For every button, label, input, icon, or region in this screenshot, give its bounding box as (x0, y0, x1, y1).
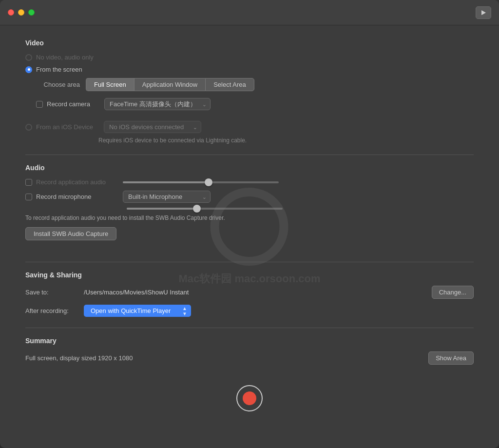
from-screen-row: From the screen (25, 66, 474, 73)
camera-select-wrapper: FaceTime 高清摄像头（内建） (104, 98, 211, 110)
app-audio-slider-fill (123, 181, 209, 183)
application-window-button[interactable]: Application Window (134, 78, 205, 91)
audio-section-title: Audio (25, 164, 474, 172)
app-audio-slider-track (123, 181, 279, 183)
select-area-button[interactable]: Select Area (205, 78, 254, 91)
ios-select-wrapper: No iOS devices connected (104, 121, 201, 133)
ios-section: From an iOS Device No iOS devices connec… (25, 121, 474, 144)
summary-text: Full screen, display sized 1920 x 1080 (25, 354, 133, 362)
mic-select-wrapper: Built-in Microphone (123, 191, 211, 203)
camera-select[interactable]: FaceTime 高清摄像头（内建） (104, 98, 211, 110)
record-app-audio-label: Record application audio (36, 178, 119, 186)
record-dot-icon (243, 391, 256, 405)
ios-row: From an iOS Device No iOS devices connec… (25, 121, 474, 133)
divider-3 (25, 328, 474, 328)
maximize-button[interactable] (28, 9, 35, 16)
record-mic-row: Record microphone Built-in Microphone (25, 191, 474, 203)
app-window: Mac软件园 mac.orsoon.com Video No video, au… (0, 0, 499, 448)
ios-label: From an iOS Device (36, 123, 93, 131)
from-screen-label: From the screen (36, 66, 82, 73)
after-recording-label: After recording: (25, 307, 84, 314)
summary-section-title: Summary (25, 337, 474, 345)
video-section: Video No video, audio only From the scre… (25, 39, 474, 110)
video-section-title: Video (25, 39, 474, 47)
no-video-radio[interactable] (25, 54, 32, 61)
save-to-row: Save to: /Users/macos/Movies/iShowU Inst… (25, 286, 474, 299)
full-screen-button[interactable]: Full Screen (86, 78, 134, 91)
mic-slider-row (25, 208, 474, 210)
divider-2 (25, 262, 474, 262)
record-camera-label-group: Record camera (36, 100, 104, 108)
record-app-audio-checkbox[interactable] (25, 179, 32, 186)
ios-select[interactable]: No iOS devices connected (104, 121, 201, 133)
play-icon (480, 10, 486, 16)
summary-section: Summary Full screen, display sized 1920 … (25, 337, 474, 365)
saving-section-title: Saving & Sharing (25, 271, 474, 279)
after-recording-select-wrapper: Open with QuickTime Player ▲ ▼ (84, 305, 191, 317)
record-btn-container (25, 375, 474, 416)
mic-slider-thumb[interactable] (193, 205, 201, 213)
no-video-row: No video, audio only (25, 54, 474, 61)
after-recording-select[interactable]: Open with QuickTime Player (84, 305, 191, 317)
divider-1 (25, 155, 474, 155)
mic-slider-fill (127, 208, 197, 210)
install-swb-button[interactable]: Install SWB Audio Capture (25, 227, 116, 240)
app-audio-slider-thumb[interactable] (205, 178, 212, 186)
close-button[interactable] (8, 9, 14, 16)
play-title-button[interactable] (476, 6, 491, 19)
mic-select[interactable]: Built-in Microphone (123, 191, 211, 203)
summary-row: Full screen, display sized 1920 x 1080 S… (25, 351, 474, 365)
record-camera-label: Record camera (47, 100, 90, 108)
main-content: Mac软件园 mac.orsoon.com Video No video, au… (0, 25, 499, 448)
minimize-button[interactable] (18, 9, 24, 16)
choose-area-label: Choose area (36, 81, 80, 88)
record-button[interactable] (236, 385, 263, 411)
record-app-audio-row: Record application audio (25, 178, 474, 186)
show-area-button[interactable]: Show Area (428, 351, 474, 365)
ios-radio[interactable] (25, 124, 32, 131)
mic-slider-track (127, 208, 283, 210)
traffic-lights (8, 9, 35, 16)
ios-note: Requires iOS device to be connected via … (98, 137, 474, 144)
audio-section: Audio Record application audio Record mi… (25, 164, 474, 251)
change-button[interactable]: Change... (432, 286, 474, 299)
record-mic-label: Record microphone (36, 193, 119, 200)
no-video-label: No video, audio only (36, 54, 94, 61)
install-note: To record application audio you need to … (25, 214, 474, 221)
record-camera-checkbox[interactable] (36, 101, 43, 108)
saving-section: Saving & Sharing Save to: /Users/macos/M… (25, 271, 474, 317)
area-buttons: Full Screen Application Window Select Ar… (86, 78, 254, 91)
after-recording-row: After recording: Open with QuickTime Pla… (25, 305, 474, 317)
choose-area-row: Choose area Full Screen Application Wind… (36, 78, 474, 91)
titlebar (0, 0, 499, 25)
record-mic-checkbox[interactable] (25, 194, 32, 200)
record-camera-row: Record camera FaceTime 高清摄像头（内建） (36, 98, 474, 110)
save-path: /Users/macos/Movies/iShowU Instant (84, 289, 432, 296)
save-to-label: Save to: (25, 289, 84, 296)
from-screen-radio[interactable] (25, 66, 32, 73)
svg-marker-0 (481, 10, 486, 15)
